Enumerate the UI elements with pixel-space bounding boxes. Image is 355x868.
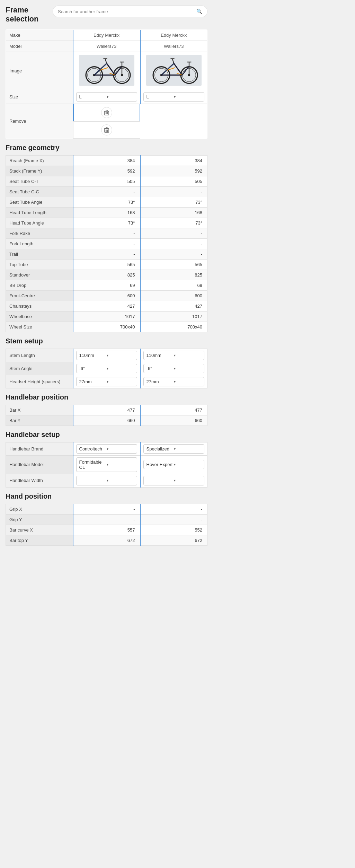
table-row: Seat Tube C-T 505 505	[6, 176, 207, 186]
dropdown[interactable]: Hover Expert ▾	[143, 460, 205, 469]
table-row: Head Tube Length 168 168	[6, 207, 207, 218]
setup-col2[interactable]: 110mm ▾	[140, 349, 207, 362]
row-label: BB Drop	[6, 280, 73, 290]
dropdown[interactable]: 27mm ▾	[143, 377, 205, 386]
row-label: Fork Length	[6, 238, 73, 249]
dropdown-value: Controltech	[79, 446, 107, 451]
row-val2: 565	[140, 259, 207, 270]
dropdown[interactable]: -6° ▾	[143, 364, 205, 373]
table-row: Grip X - -	[6, 504, 207, 514]
setup-col2[interactable]: -6° ▾	[140, 362, 207, 375]
setup-col2[interactable]: Specialized ▾	[140, 442, 207, 455]
table-row: Front-Centre 600 600	[6, 290, 207, 301]
table-row: Chainstays 427 427	[6, 301, 207, 311]
size-dropdown-1[interactable]: L ▾	[76, 92, 137, 102]
remove-row: Remove	[6, 104, 207, 139]
chevron-down-icon: ▾	[107, 353, 134, 357]
size-select-col1[interactable]: L ▾	[73, 90, 140, 104]
dropdown-value: 110mm	[79, 353, 107, 358]
chevron-down-icon: ▾	[174, 367, 201, 370]
svg-rect-33	[170, 58, 174, 59]
row-label: Wheel Size	[6, 322, 73, 332]
row-val2: -	[140, 514, 207, 525]
row-label: Top Tube	[6, 259, 73, 270]
chevron-down-icon: ▾	[107, 447, 134, 451]
row-val2: 700x40	[140, 322, 207, 332]
row-label: Standover	[6, 270, 73, 280]
setup-col1[interactable]: Controltech ▾	[73, 442, 140, 455]
row-val2: -	[140, 238, 207, 249]
dropdown-value: Formidable CL	[79, 459, 107, 470]
dropdown[interactable]: Specialized ▾	[143, 444, 205, 454]
handlebar-setup-table: Handlebar Brand Controltech ▾ Specialize…	[6, 442, 207, 488]
row-val1: -	[73, 186, 140, 197]
table-row: Handlebar Model Formidable CL ▾ Hover Ex…	[6, 455, 207, 474]
setup-col1[interactable]: -6° ▾	[73, 362, 140, 375]
row-val1: -	[73, 514, 140, 525]
dropdown[interactable]: 110mm ▾	[76, 351, 137, 360]
dropdown-value: -6°	[147, 366, 174, 371]
table-row: Headset Height (spacers) 27mm ▾ 27mm ▾	[6, 375, 207, 388]
row-val2: 825	[140, 270, 207, 280]
search-bar[interactable]: 🔍	[53, 6, 207, 17]
table-row: Bar Y 660 660	[6, 415, 207, 426]
chevron-down-icon: ▾	[174, 463, 201, 466]
row-val1: 73°	[73, 218, 140, 228]
row-val2: 505	[140, 176, 207, 186]
search-input[interactable]	[58, 9, 194, 14]
size-dropdown-2[interactable]: L ▾	[143, 92, 205, 102]
row-val2: 660	[140, 415, 207, 426]
setup-col1[interactable]: 27mm ▾	[73, 375, 140, 388]
table-row: Top Tube 565 565	[6, 259, 207, 270]
row-label: Headset Height (spacers)	[6, 375, 73, 388]
setup-col2[interactable]: ▾	[140, 474, 207, 487]
row-val1: 700x40	[73, 322, 140, 332]
setup-col1[interactable]: Formidable CL ▾	[73, 455, 140, 474]
row-val1: -	[73, 238, 140, 249]
table-row: Grip Y - -	[6, 514, 207, 525]
dropdown[interactable]: 110mm ▾	[143, 351, 205, 360]
dropdown[interactable]: Controltech ▾	[76, 444, 137, 454]
setup-col2[interactable]: 27mm ▾	[140, 375, 207, 388]
table-row: Fork Length - -	[6, 238, 207, 249]
remove-button-1[interactable]	[101, 107, 112, 118]
table-row: Standover 825 825	[6, 270, 207, 280]
setup-col1[interactable]: ▾	[73, 474, 140, 487]
row-label: Seat Tube C-C	[6, 186, 73, 197]
row-val2: -	[140, 249, 207, 259]
chevron-down-icon: ▾	[107, 367, 134, 370]
make-label: Make	[6, 29, 73, 41]
dropdown[interactable]: ▾	[76, 476, 137, 485]
row-val1: 384	[73, 155, 140, 166]
dropdown[interactable]: ▾	[143, 476, 205, 485]
dropdown[interactable]: 27mm ▾	[76, 377, 137, 386]
row-label: Front-Centre	[6, 290, 73, 301]
size-row: Size L ▾ L ▾	[6, 90, 207, 104]
row-val2: 600	[140, 290, 207, 301]
row-label: Bar curve X	[6, 525, 73, 535]
row-label: Bar X	[6, 405, 73, 415]
row-label: Handlebar Brand	[6, 442, 73, 455]
chevron-down-icon: ▾	[107, 479, 134, 482]
dropdown-value: 27mm	[147, 379, 174, 384]
page-title: Frame selection	[6, 6, 47, 24]
row-val2: -	[140, 186, 207, 197]
size-label: Size	[6, 90, 73, 104]
row-val1: 1017	[73, 311, 140, 322]
row-val2: 672	[140, 535, 207, 545]
setup-col1[interactable]: 110mm ▾	[73, 349, 140, 362]
row-val2: 477	[140, 405, 207, 415]
remove-col2	[73, 121, 140, 139]
row-val2: -	[140, 504, 207, 514]
row-label: Trail	[6, 249, 73, 259]
bike-image-2	[146, 55, 202, 86]
size-select-col2[interactable]: L ▾	[140, 90, 207, 104]
remove-button-2[interactable]	[101, 124, 112, 135]
dropdown-value: Specialized	[147, 446, 174, 451]
dropdown[interactable]: Formidable CL ▾	[76, 457, 137, 472]
row-val1: 565	[73, 259, 140, 270]
setup-col2[interactable]: Hover Expert ▾	[140, 455, 207, 474]
table-row: Wheel Size 700x40 700x40	[6, 322, 207, 332]
handlebar-setup-heading: Handlebar setup	[6, 426, 207, 442]
dropdown[interactable]: -6° ▾	[76, 364, 137, 373]
